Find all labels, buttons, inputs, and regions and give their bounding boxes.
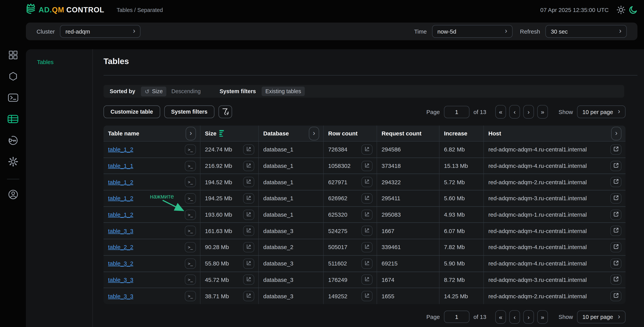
open-host-button[interactable] — [610, 193, 622, 204]
row-count-chart-button[interactable] — [362, 242, 372, 252]
table-header-row: Table name › Size Database › Row count — [104, 126, 626, 142]
prev-page-button[interactable]: ‹ — [509, 105, 520, 118]
row-count-chart-button[interactable] — [362, 258, 372, 269]
settings-gear-icon — [8, 156, 18, 169]
open-host-button[interactable] — [610, 291, 622, 301]
table-name-link[interactable]: table_1_2 — [108, 146, 133, 153]
row-count-chart-button[interactable] — [362, 291, 372, 301]
table-name-link[interactable]: table_1_1 — [108, 162, 133, 169]
breadcrumb[interactable]: Tables / Separated — [117, 7, 163, 13]
size-chart-button[interactable] — [243, 193, 254, 204]
per-page-select[interactable]: 10 per page › — [577, 105, 626, 118]
cell-database: database_1 — [259, 207, 324, 222]
page-total-label: of 13 — [474, 314, 486, 320]
row-count-chart-button[interactable] — [362, 161, 372, 171]
size-chart-button[interactable] — [243, 258, 254, 269]
filter-reset-button[interactable] — [218, 105, 232, 118]
table-name-link[interactable]: table_3_3 — [108, 293, 133, 300]
per-page-select[interactable]: 10 per page › — [577, 311, 626, 323]
cell-table-name: table_3_3 >_ — [104, 223, 200, 239]
size-chart-button[interactable] — [243, 210, 254, 220]
cell-table-name: table_1_2 >_ — [104, 142, 200, 157]
open-terminal-button[interactable]: >_ — [185, 177, 196, 187]
system-filter-chip[interactable]: Existing tables — [262, 87, 305, 96]
open-terminal-button[interactable]: >_ — [185, 226, 196, 236]
system-filters-button[interactable]: System filters — [164, 105, 214, 118]
size-chart-button[interactable] — [243, 144, 254, 155]
open-terminal-button[interactable]: >_ — [185, 144, 196, 155]
cell-increase: 5.60 Mb — [440, 190, 484, 206]
page-number-input[interactable] — [444, 106, 470, 118]
sidebar-item-keys[interactable] — [0, 130, 26, 152]
sort-field-chip[interactable]: ↺ Size — [141, 86, 166, 96]
customize-table-button[interactable]: Customize table — [104, 105, 160, 118]
size-chart-button[interactable] — [243, 291, 254, 301]
next-page-button[interactable]: › — [523, 105, 534, 118]
external-link-icon — [612, 243, 619, 251]
size-chart-button[interactable] — [243, 177, 254, 187]
sidebar-item-services[interactable] — [0, 66, 26, 88]
size-chart-button[interactable] — [243, 161, 254, 171]
size-chart-button[interactable] — [243, 275, 254, 285]
cell-table-name: table_1_2 >_ — [104, 174, 200, 190]
open-host-button[interactable] — [610, 177, 622, 187]
time-range-select[interactable]: now-5d › — [432, 25, 512, 38]
row-count-chart-button[interactable] — [362, 226, 372, 236]
row-count-chart-button[interactable] — [362, 210, 372, 220]
main-content: Tables Sorted by ↺ Size Descending Syste… — [92, 49, 644, 327]
sidebar-item-settings[interactable] — [0, 152, 26, 173]
light-theme-sun-icon[interactable] — [616, 5, 626, 15]
sidebar-item-profile[interactable] — [0, 185, 26, 206]
first-page-button[interactable]: « — [495, 105, 506, 118]
sidebar-item-dashboard[interactable] — [0, 45, 26, 66]
cluster-select[interactable]: red-adqm › — [60, 25, 140, 38]
table-name-column-menu-button[interactable]: › — [186, 127, 196, 140]
dark-theme-moon-icon[interactable] — [628, 5, 638, 15]
open-host-button[interactable] — [610, 242, 622, 252]
table-name-link[interactable]: table_1_2 — [108, 195, 133, 202]
size-chart-button[interactable] — [243, 226, 254, 236]
cell-size: 45.72 Mb — [200, 272, 259, 288]
size-chart-button[interactable] — [243, 242, 254, 252]
table-row: table_1_1 >_ 216.92 Mb database_1 105830… — [104, 157, 626, 174]
open-terminal-button[interactable]: >_ — [185, 275, 196, 285]
open-host-button[interactable] — [610, 144, 622, 155]
row-count-chart-button[interactable] — [362, 177, 372, 187]
table-name-link[interactable]: table_3_2 — [108, 260, 133, 267]
open-host-button[interactable] — [610, 161, 622, 171]
refresh-interval-select[interactable]: 30 sec › — [546, 25, 627, 38]
cell-host: red-adqmc-adqm-4.ru-central1.internal — [484, 142, 626, 157]
cell-request-count: 69215 — [377, 256, 440, 272]
open-terminal-button[interactable]: >_ — [185, 161, 196, 171]
next-page-button[interactable]: › — [523, 310, 534, 324]
sidebar-item-tables-link[interactable]: Tables — [37, 59, 92, 65]
database-column-menu-button[interactable]: › — [309, 127, 319, 140]
open-terminal-button[interactable]: >_ — [185, 258, 196, 269]
table-name-link[interactable]: table_1_2 — [108, 211, 133, 218]
row-count-chart-button[interactable] — [362, 144, 372, 155]
table-name-link[interactable]: table_1_2 — [108, 179, 133, 185]
table-name-link[interactable]: table_2_2 — [108, 244, 133, 250]
row-count-chart-button[interactable] — [362, 275, 372, 285]
open-host-button[interactable] — [610, 275, 622, 285]
host-column-menu-button[interactable]: › — [611, 127, 622, 140]
first-page-button[interactable]: « — [495, 310, 506, 324]
open-host-button[interactable] — [610, 258, 622, 269]
sort-descending-icon[interactable] — [219, 130, 224, 137]
last-page-button[interactable]: » — [537, 310, 548, 324]
chart-trend-icon — [246, 243, 252, 251]
page-number-input[interactable] — [444, 311, 470, 323]
open-terminal-button[interactable]: >_ — [185, 242, 196, 252]
cell-database: database_1 — [259, 142, 324, 157]
last-page-button[interactable]: » — [537, 105, 548, 118]
prev-page-button[interactable]: ‹ — [509, 310, 520, 324]
open-host-button[interactable] — [610, 226, 622, 236]
open-host-button[interactable] — [610, 210, 622, 220]
row-count-chart-button[interactable] — [362, 193, 372, 204]
table-name-link[interactable]: table_3_3 — [108, 277, 133, 283]
open-terminal-button[interactable]: >_ — [185, 291, 196, 301]
refresh-label: Refresh — [520, 28, 540, 35]
sidebar-item-console[interactable] — [0, 88, 26, 109]
table-name-link[interactable]: table_3_3 — [108, 228, 133, 234]
sidebar-item-tables[interactable] — [0, 109, 26, 131]
